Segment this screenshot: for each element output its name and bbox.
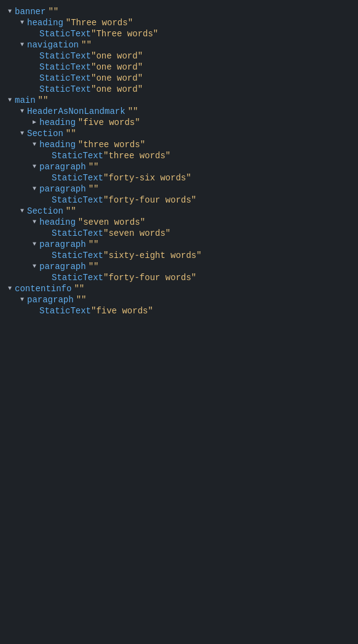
tree-row: StaticText "sixty-eight words" — [0, 250, 358, 261]
tree-row[interactable]: heading "three words" — [0, 139, 358, 150]
node-type-label: main — [15, 95, 36, 105]
toggle-expanded-icon[interactable] — [30, 217, 39, 227]
node-type-label: paragraph — [39, 262, 86, 272]
tree-row[interactable]: heading "seven words" — [0, 217, 358, 228]
node-type-label: banner — [15, 7, 46, 17]
tree-row: StaticText "seven words" — [0, 228, 358, 239]
tree-row[interactable]: paragraph "" — [0, 161, 358, 172]
tree-row[interactable]: main "" — [0, 95, 358, 106]
node-value-label: "" — [66, 206, 76, 216]
tree-row[interactable]: paragraph "" — [0, 261, 358, 272]
tree-row: StaticText "forty-four words" — [0, 272, 358, 283]
node-type-label: StaticText — [52, 228, 103, 238]
accessibility-tree: banner ""heading "Three words"StaticText… — [0, 6, 358, 316]
tree-row: StaticText "five words" — [0, 305, 358, 316]
node-type-label: HeaderAsNonLandmark — [27, 107, 125, 116]
node-value-label: "Three words" — [91, 29, 158, 39]
node-value-label: "seven words" — [78, 217, 145, 227]
toggle-collapsed-icon[interactable] — [30, 118, 39, 127]
toggle-expanded-icon[interactable] — [30, 184, 39, 194]
node-type-label: StaticText — [39, 29, 91, 39]
toggle-expanded-icon[interactable] — [30, 262, 39, 272]
tree-row: StaticText "Three words" — [0, 28, 358, 39]
node-value-label: "" — [76, 295, 87, 305]
toggle-expanded-icon[interactable] — [30, 140, 39, 150]
toggle-expanded-icon[interactable] — [17, 206, 27, 216]
node-value-label: "five words" — [78, 118, 140, 127]
tree-row[interactable]: paragraph "" — [0, 294, 358, 305]
node-value-label: "forty-six words" — [103, 173, 191, 183]
tree-row[interactable]: Section "" — [0, 128, 358, 139]
node-type-label: heading — [39, 118, 76, 127]
node-type-label: StaticText — [52, 151, 103, 161]
node-type-label: Section — [27, 129, 63, 139]
node-value-label: "seven words" — [103, 228, 170, 238]
node-value-label: "forty-four words" — [103, 273, 196, 283]
tree-row: StaticText "one word" — [0, 84, 358, 95]
node-value-label: "three words" — [103, 151, 170, 161]
node-type-label: paragraph — [39, 184, 86, 194]
node-type-label: StaticText — [52, 251, 103, 260]
node-type-label: StaticText — [39, 51, 91, 61]
tree-row: StaticText "forty-six words" — [0, 172, 358, 183]
node-type-label: paragraph — [27, 295, 74, 305]
tree-row[interactable]: Section "" — [0, 206, 358, 217]
node-value-label: "one word" — [91, 73, 143, 83]
toggle-expanded-icon[interactable] — [5, 95, 15, 105]
toggle-expanded-icon[interactable] — [17, 40, 27, 50]
node-type-label: StaticText — [52, 173, 103, 183]
node-value-label: "forty-four words" — [103, 195, 196, 205]
node-type-label: StaticText — [39, 84, 91, 94]
node-type-label: StaticText — [52, 195, 103, 205]
node-type-label: StaticText — [39, 62, 91, 72]
tree-row[interactable]: navigation "" — [0, 39, 358, 50]
node-value-label: "one word" — [91, 84, 143, 94]
node-value-label: "" — [89, 262, 99, 272]
node-type-label: contentinfo — [15, 284, 71, 294]
node-value-label: "five words" — [91, 306, 153, 316]
node-value-label: "" — [74, 284, 84, 294]
tree-row: StaticText "one word" — [0, 62, 358, 73]
node-type-label: paragraph — [39, 239, 86, 249]
tree-row: StaticText "one word" — [0, 50, 358, 62]
tree-row[interactable]: heading "Three words" — [0, 17, 358, 28]
node-value-label: "three words" — [78, 140, 145, 150]
tree-row[interactable]: contentinfo "" — [0, 283, 358, 294]
toggle-expanded-icon[interactable] — [5, 7, 15, 17]
node-type-label: StaticText — [39, 306, 91, 316]
node-type-label: StaticText — [39, 73, 91, 83]
node-value-label: "one word" — [91, 51, 143, 61]
node-type-label: StaticText — [52, 273, 103, 283]
node-type-label: heading — [39, 217, 76, 227]
toggle-expanded-icon[interactable] — [5, 284, 15, 294]
node-type-label: navigation — [27, 40, 79, 50]
toggle-expanded-icon[interactable] — [17, 129, 27, 139]
node-type-label: heading — [39, 140, 76, 150]
node-type-label: Section — [27, 206, 63, 216]
node-value-label: "" — [128, 107, 138, 116]
tree-row[interactable]: paragraph "" — [0, 183, 358, 195]
tree-row: StaticText "forty-four words" — [0, 195, 358, 206]
node-value-label: "one word" — [91, 62, 143, 72]
tree-row[interactable]: banner "" — [0, 6, 358, 17]
toggle-expanded-icon[interactable] — [30, 162, 39, 172]
node-value-label: "" — [89, 239, 99, 249]
toggle-expanded-icon[interactable] — [17, 18, 27, 28]
tree-row: StaticText "three words" — [0, 150, 358, 161]
node-type-label: paragraph — [39, 162, 86, 172]
toggle-expanded-icon[interactable] — [17, 107, 27, 116]
tree-row: StaticText "one word" — [0, 73, 358, 84]
node-value-label: "" — [89, 184, 99, 194]
tree-row[interactable]: paragraph "" — [0, 239, 358, 250]
node-type-label: heading — [27, 18, 63, 28]
node-value-label: "sixty-eight words" — [103, 251, 202, 260]
toggle-expanded-icon[interactable] — [30, 239, 39, 249]
node-value-label: "" — [81, 40, 92, 50]
tree-row[interactable]: heading "five words" — [0, 117, 358, 128]
tree-row[interactable]: HeaderAsNonLandmark "" — [0, 106, 358, 117]
node-value-label: "Three words" — [66, 18, 133, 28]
node-value-label: "" — [38, 95, 49, 105]
toggle-expanded-icon[interactable] — [17, 295, 27, 305]
node-value-label: "" — [48, 7, 58, 17]
node-value-label: "" — [66, 129, 76, 139]
